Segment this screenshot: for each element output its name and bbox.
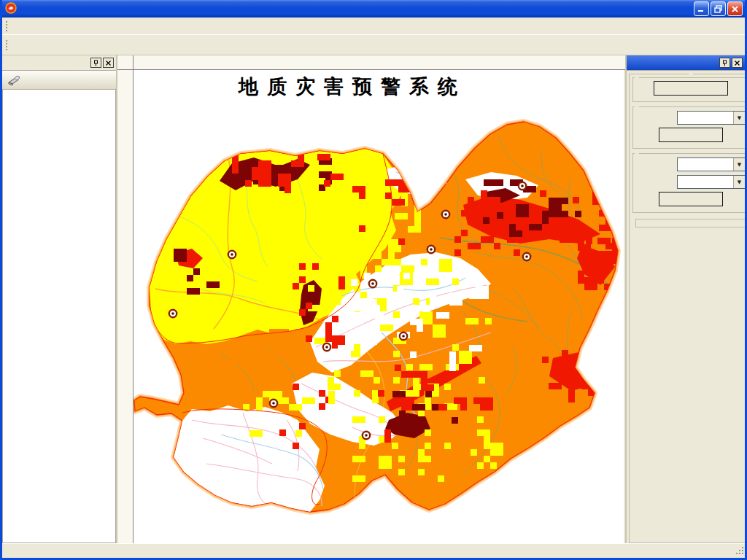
right-panel: ▼ ▼ (625, 55, 745, 543)
close-icon[interactable] (103, 58, 114, 68)
close-button[interactable] (727, 1, 743, 16)
town-marker (228, 251, 236, 258)
minimize-button[interactable] (694, 1, 709, 16)
pin-icon[interactable] (90, 58, 101, 68)
short-time-date-value (678, 158, 733, 171)
town-marker (427, 246, 435, 253)
map-area: 地质灾害预警系统 (117, 55, 625, 543)
town-marker (442, 211, 449, 218)
short-term-group: ▼ (632, 106, 747, 149)
town-marker (270, 400, 277, 407)
map-canvas[interactable]: 地质灾害预警系统 (133, 70, 624, 543)
right-panel-header (627, 55, 745, 71)
toolbar-grip[interactable] (5, 39, 8, 51)
title-bar (2, 0, 745, 18)
town-marker (323, 343, 330, 351)
restore-button[interactable] (711, 1, 726, 16)
menu-grip[interactable] (5, 20, 8, 32)
toolbar (2, 35, 745, 55)
ruler-corner (117, 55, 133, 70)
town-marker (363, 432, 370, 439)
status-bar (2, 543, 745, 558)
pin-icon[interactable] (719, 58, 730, 68)
town-marker (369, 280, 376, 287)
short-term-date-value (678, 112, 733, 124)
menu-bar (2, 18, 745, 35)
left-panel (2, 55, 117, 543)
close-icon[interactable] (732, 58, 743, 68)
seal-icon (7, 73, 22, 90)
short-time-group: ▼ ▼ (632, 153, 747, 213)
ruler-left (117, 70, 133, 543)
town-marker (400, 332, 407, 340)
left-panel-section-bar[interactable] (2, 71, 116, 90)
left-panel-header (2, 55, 116, 71)
chevron-down-icon[interactable]: ▼ (733, 176, 745, 188)
svg-text:地质灾害预警系统: 地质灾害预警系统 (238, 75, 466, 98)
town-marker (169, 310, 177, 317)
app-logo-icon (5, 2, 17, 16)
short-time-analyze-button[interactable] (659, 192, 723, 206)
chevron-down-icon[interactable]: ▼ (733, 112, 745, 124)
left-panel-items (2, 90, 116, 543)
chevron-down-icon[interactable]: ▼ (733, 158, 745, 171)
town-marker (519, 182, 526, 190)
town-marker (523, 253, 530, 260)
ruler-top (133, 55, 625, 70)
grid-analysis-group: ▼ ▼ (629, 74, 747, 543)
resize-grip[interactable] (735, 546, 744, 557)
short-term-date-combobox[interactable]: ▼ (677, 111, 746, 125)
short-term-analyze-button[interactable] (659, 128, 723, 142)
short-time-times-combobox[interactable]: ▼ (677, 175, 746, 189)
factor-buttons-box (635, 219, 746, 228)
factor-setting-button[interactable] (654, 81, 728, 96)
factor-setting-group (632, 77, 747, 102)
application-window: 地质灾害预警系统 (0, 0, 747, 560)
short-time-date-combobox[interactable]: ▼ (677, 158, 746, 171)
short-time-times-value (678, 176, 733, 188)
